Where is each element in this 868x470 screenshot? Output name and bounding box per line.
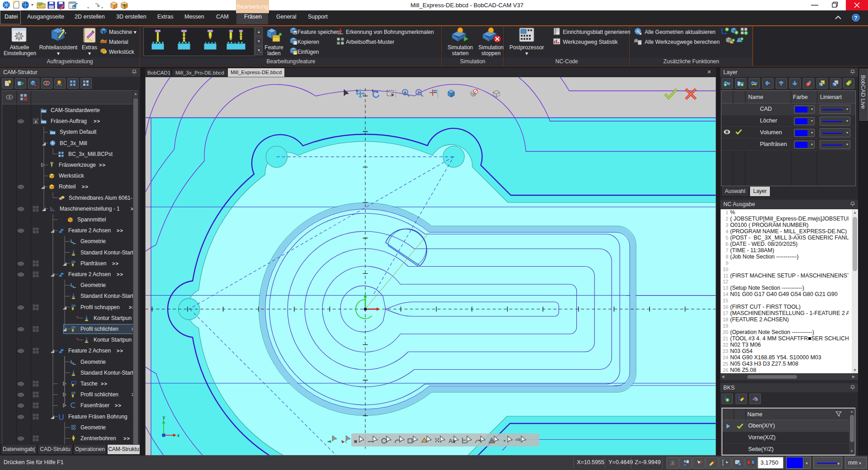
svg-text:x: x (177, 433, 179, 438)
svg-text:y: y (163, 415, 165, 420)
svg-text:?: ? (854, 15, 857, 21)
svg-text:Aa: Aa (449, 438, 456, 444)
svg-text:i: i (739, 463, 740, 465)
svg-text:Alt: Alt (515, 437, 521, 442)
svg-text:A: A (404, 90, 407, 95)
